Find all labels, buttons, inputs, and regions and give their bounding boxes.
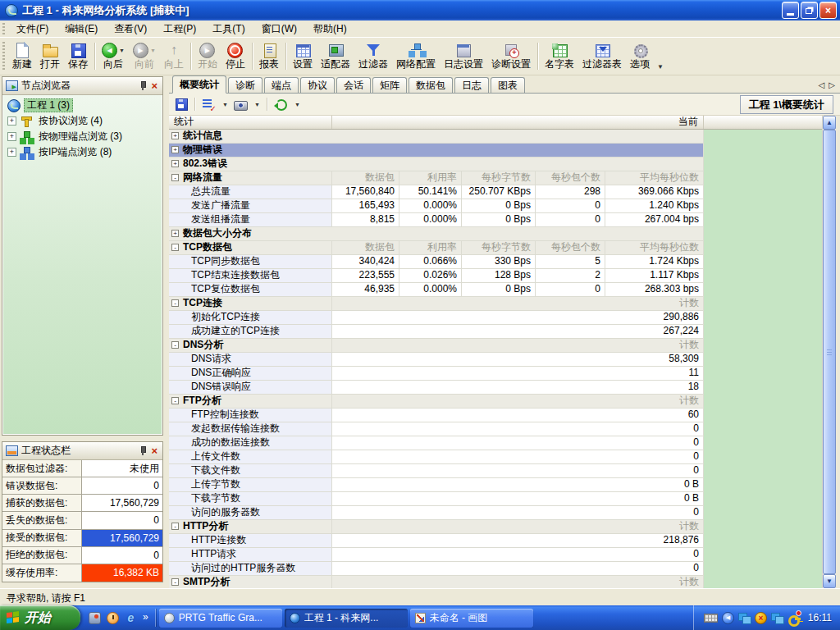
task-button-colasoft[interactable]: 工程 1 - 科来网... (285, 609, 408, 628)
restore-button[interactable] (801, 2, 818, 19)
expander-icon[interactable]: - (171, 174, 179, 181)
expander-icon[interactable]: + (171, 132, 179, 139)
tab-chart[interactable]: 图表 (491, 77, 525, 93)
expander-icon[interactable]: + (7, 116, 16, 126)
pin-icon[interactable] (138, 446, 146, 456)
menu-item-2[interactable]: 查看(V) (106, 20, 155, 39)
tree-item-physical[interactable]: +按物理端点浏览 (3) (3, 129, 162, 144)
tab-protocol[interactable]: 协议 (300, 77, 335, 93)
table-row[interactable]: 下载文件数0 (169, 464, 704, 478)
adapter-button[interactable]: 适配器 (317, 39, 354, 74)
toolbar-overflow-button[interactable]: ▼ (654, 39, 667, 74)
alert-tray-icon[interactable]: × (755, 612, 767, 624)
start-button[interactable]: 开始 (194, 39, 221, 74)
new-button[interactable]: 新建 (8, 39, 36, 74)
forward-button[interactable]: ▼向前 (129, 39, 160, 74)
table-row[interactable]: +数据包大小分布 (169, 227, 704, 241)
logset-button[interactable]: 日志设置 (440, 39, 487, 74)
column-header-statistic[interactable]: 统计 (169, 116, 332, 129)
scrollbar-thumb[interactable] (823, 130, 836, 574)
menu-item-6[interactable]: 帮助(H) (305, 20, 355, 39)
menu-item-3[interactable]: 工程(P) (155, 20, 204, 39)
up-button[interactable]: 向上 (160, 39, 188, 74)
network-status-icon[interactable] (771, 613, 783, 623)
panel-close-icon[interactable]: × (149, 81, 159, 91)
tab-endpoint[interactable]: 端点 (264, 77, 299, 93)
table-row[interactable]: -FTP分析计数 (169, 395, 704, 409)
table-row[interactable]: DNS请求58,309 (169, 353, 704, 367)
vertical-scrollbar[interactable]: ▲ ▼ (822, 116, 836, 588)
table-row[interactable]: -TCP连接计数 (169, 297, 704, 311)
tab-summary[interactable]: 概要统计 (172, 75, 226, 94)
tab-scroll-left-icon[interactable]: ◁ (819, 80, 825, 89)
task-button-paint[interactable]: 未命名 - 画图 (410, 609, 533, 628)
table-row[interactable]: 上传文件数0 (169, 450, 704, 464)
table-row[interactable]: HTTP连接数218,876 (169, 534, 704, 548)
open-button[interactable]: 打开 (36, 39, 64, 74)
menu-item-0[interactable]: 文件(F) (8, 20, 57, 39)
scroll-down-icon[interactable]: ▼ (823, 574, 836, 588)
nametable-button[interactable]: 名字表 (541, 39, 578, 74)
stop-button[interactable]: 停止 (221, 39, 249, 74)
table-row[interactable]: DNS正确响应11 (169, 367, 704, 381)
table-row[interactable]: HTTP请求0 (169, 548, 704, 562)
quick-launch-media-icon[interactable] (89, 612, 101, 624)
report-button[interactable]: 报表 (255, 39, 283, 74)
expander-icon[interactable]: - (171, 244, 179, 251)
dropdown-arrow-icon[interactable]: ▼ (294, 102, 300, 107)
table-row[interactable]: 发送组播流量8,8150.000%0 Bps0267.004 bps (169, 213, 704, 227)
table-row[interactable]: 下载字节数0 B (169, 492, 704, 506)
filter-button[interactable]: 过滤器 (354, 39, 392, 74)
options-button[interactable]: 选项 (626, 39, 654, 74)
tab-conversation[interactable]: 会话 (336, 77, 371, 93)
table-row[interactable]: -HTTP分析计数 (169, 520, 704, 534)
table-row[interactable]: -TCP数据包数据包利用率每秒字节数每秒包个数平均每秒位数 (169, 241, 704, 255)
netconfig-button[interactable]: 网络配置 (392, 39, 440, 74)
expander-icon[interactable]: + (7, 132, 16, 141)
table-row[interactable]: 访问过的HTTP服务器数0 (169, 562, 704, 576)
expander-icon[interactable]: + (171, 146, 179, 153)
quick-launch-more-icon[interactable]: » (143, 611, 148, 624)
filtertable-button[interactable]: 过滤器表 (578, 39, 626, 74)
table-row[interactable]: 成功建立的TCP连接267,224 (169, 325, 704, 339)
table-row[interactable]: FTP控制连接数60 (169, 409, 704, 422)
quick-launch-clock-icon[interactable] (107, 612, 119, 624)
table-row[interactable]: TCP同步数据包340,4240.066%330 Bps51.724 Kbps (169, 255, 704, 269)
expander-icon[interactable]: - (171, 397, 179, 404)
menu-item-4[interactable]: 工具(T) (204, 20, 253, 39)
dropdown-arrow-icon[interactable]: ▼ (150, 48, 156, 53)
column-header-current[interactable]: 当前 (332, 116, 704, 129)
field-chooser-icon[interactable] (202, 98, 215, 111)
panel-close-icon[interactable]: × (149, 446, 159, 456)
table-row[interactable]: 上传字节数0 B (169, 478, 704, 492)
hide-icons-chevron-icon[interactable]: ◀ (722, 612, 734, 624)
minimize-button[interactable] (782, 2, 799, 19)
scroll-up-icon[interactable]: ▲ (823, 116, 836, 130)
table-row[interactable]: 发起数据传输连接数0 (169, 422, 704, 436)
expander-icon[interactable]: - (171, 299, 179, 307)
pin-icon[interactable] (138, 81, 146, 91)
diagset-button[interactable]: 诊断设置 (487, 39, 535, 74)
table-row[interactable]: -网络流量数据包利用率每秒字节数每秒包个数平均每秒位数 (169, 171, 704, 185)
table-row[interactable]: +物理错误 (169, 144, 704, 158)
dropdown-arrow-icon[interactable]: ▼ (222, 102, 228, 107)
table-row[interactable]: 初始化TCP连接290,886 (169, 311, 704, 325)
expander-icon[interactable]: - (171, 578, 179, 586)
menu-item-5[interactable]: 窗口(W) (253, 20, 305, 39)
tab-scroll-right-icon[interactable]: ▷ (829, 80, 835, 89)
table-row[interactable]: +802.3错误 (169, 158, 704, 171)
tab-matrix[interactable]: 矩阵 (372, 77, 407, 93)
tree-item-project-root[interactable]: 工程 1 (3) (3, 98, 162, 113)
table-row[interactable]: TCP结束连接数据包223,5550.026%128 Bps21.117 Kbp… (169, 269, 704, 283)
table-row[interactable]: -DNS分析计数 (169, 339, 704, 353)
expander-icon[interactable]: + (7, 148, 16, 157)
table-row[interactable]: +统计信息 (169, 130, 704, 144)
back-button[interactable]: ▼向后 (98, 39, 129, 74)
table-row[interactable]: TCP复位数据包46,9350.000%0 Bps0268.303 bps (169, 283, 704, 297)
table-row[interactable]: -SMTP分析计数 (169, 576, 704, 588)
snapshot-icon[interactable] (234, 98, 247, 111)
dropdown-arrow-icon[interactable]: ▼ (254, 102, 260, 107)
expander-icon[interactable]: + (171, 160, 179, 167)
settings-button[interactable]: 设置 (289, 39, 317, 74)
internet-explorer-icon[interactable]: e (125, 612, 137, 624)
